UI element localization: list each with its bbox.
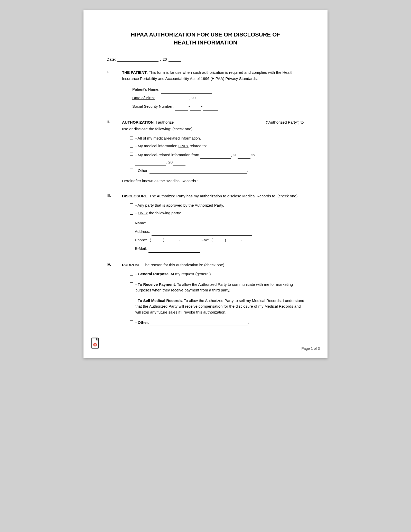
checkbox-sell-records[interactable] (130, 299, 133, 302)
party-phone-row: Phone: ( ) - Fax: ( ) - (135, 236, 304, 244)
ssn-field: - - (175, 103, 218, 111)
checkbox-receive-payment[interactable] (130, 282, 133, 286)
patient-fields: Patient's Name: Date of Birth: , 20 Soci… (132, 86, 304, 111)
year-prefix: 20 (163, 57, 167, 61)
party-address-row: Address: (135, 228, 304, 236)
party-fields: Name: Address: Phone: ( ) - Fax: (135, 219, 304, 253)
fax-area-blank[interactable] (214, 236, 223, 244)
checkbox-only-party[interactable] (130, 211, 133, 215)
section3-heading: DISCLOSURE (122, 194, 147, 198)
section-authorization: II. AUTHORIZATION. I authorize (“Authori… (107, 119, 304, 186)
authorized-party-blank[interactable] (175, 119, 265, 126)
sell-records-label: To Sell Medical Records (138, 298, 182, 303)
section-content-1: THE PATIENT. This form is for use when s… (122, 69, 304, 112)
dob-row: Date of Birth: , 20 (132, 94, 304, 102)
ssn-label: Social Security Number: (132, 103, 174, 110)
section4-options: - General Purpose. At my request (genera… (130, 271, 304, 326)
date-blank[interactable] (117, 57, 158, 62)
from-year-blank[interactable] (238, 151, 250, 159)
checkbox-other-2[interactable] (130, 169, 133, 172)
document-page: HIPAA AUTHORIZATION FOR USE OR DISCLOSUR… (83, 10, 328, 358)
section-disclosure: III. DISCLOSURE. The Authorized Party ha… (107, 193, 304, 255)
option-all-medical: - All of my medical-related information. (130, 135, 304, 141)
patient-name-row: Patient's Name: (132, 86, 304, 94)
section4-text: PURPOSE. The reason for this authorizati… (122, 262, 304, 268)
section2-heading: AUTHORIZATION (122, 120, 154, 124)
phone-number-blank[interactable] (182, 236, 200, 244)
section-num-3: III. (107, 193, 117, 255)
to-date-blank[interactable] (135, 159, 166, 166)
checkbox-any-party[interactable] (130, 203, 133, 207)
from-date-blank[interactable] (200, 151, 231, 159)
section1-text: THE PATIENT. This form is for use when s… (122, 69, 304, 82)
party-name-blank[interactable] (148, 219, 199, 227)
option-date-range: - My medical-related information from , … (130, 151, 304, 166)
dob-label: Date of Birth: (132, 94, 155, 102)
phone-prefix-blank[interactable] (166, 236, 178, 244)
party-email-label: E-Mail: (135, 245, 147, 252)
section3-text: DISCLOSURE. The Authorized Party has my … (122, 193, 304, 199)
party-email-row: E-Mail: (135, 245, 304, 253)
section-patient: I. THE PATIENT. This form is for use whe… (107, 69, 304, 112)
only-related-blank[interactable] (208, 143, 298, 149)
checkbox-date-range[interactable] (130, 152, 133, 156)
section-num-2: II. (107, 119, 117, 186)
party-name-label: Name: (135, 219, 146, 227)
patient-name-label: Patient's Name: (132, 86, 159, 93)
fax-label: Fax: (201, 236, 209, 244)
party-email-blank[interactable] (148, 245, 200, 253)
option-general-purpose: - General Purpose. At my request (genera… (130, 271, 304, 277)
section1-heading: THE PATIENT (122, 70, 147, 75)
section4-heading: PURPOSE (122, 263, 141, 267)
section2-text: AUTHORIZATION. I authorize (“Authorized … (122, 119, 304, 132)
page-number: Page 1 of 3 (301, 346, 320, 351)
section-purpose: IV. PURPOSE. The reason for this authori… (107, 262, 304, 331)
option-only-related: - My medical information ONLY related to… (130, 143, 304, 149)
checkbox-general-purpose[interactable] (130, 272, 133, 276)
section-content-3: DISCLOSURE. The Authorized Party has my … (122, 193, 304, 255)
hereinafter-text: Hereinafter known as the “Medical Record… (122, 178, 304, 184)
year-blank[interactable] (169, 57, 181, 62)
footer: e Page 1 of 3 (83, 337, 328, 351)
other-purpose-label: Other (138, 320, 148, 325)
to-year-blank[interactable] (173, 159, 185, 166)
ssn-row: Social Security Number: - - (132, 103, 304, 111)
party-name-row: Name: (135, 219, 304, 227)
party-address-blank[interactable] (152, 228, 252, 236)
option-sell-records: - To Sell Medical Records. To allow the … (130, 298, 304, 315)
fax-prefix-blank[interactable] (228, 236, 239, 244)
option-only-party: - ONLY the following party: (130, 210, 304, 216)
section2-options: - All of my medical-related information.… (130, 135, 304, 174)
party-phone-label: Phone: (135, 236, 147, 244)
date-line: Date: , 20 (107, 57, 304, 62)
dob-year-blank[interactable] (197, 94, 210, 102)
option-other-purpose: - Other: . (130, 320, 304, 326)
svg-text:e: e (94, 343, 96, 346)
logo-icon: e (91, 337, 100, 351)
date-label: Date: (107, 57, 116, 61)
section-content-4: PURPOSE. The reason for this authorizati… (122, 262, 304, 331)
option-any-party: - Any party that is approved by the Auth… (130, 203, 304, 208)
ssn-part2[interactable] (190, 103, 201, 111)
receive-payment-label: To Receive Payment (138, 282, 175, 287)
section-num-1: I. (107, 69, 117, 112)
option-other-2: - Other: . (130, 168, 304, 174)
checkbox-other-purpose[interactable] (130, 320, 133, 324)
fax-number-blank[interactable] (244, 236, 261, 244)
document-title: HIPAA AUTHORIZATION FOR USE OR DISCLOSUR… (107, 31, 304, 47)
ssn-part3[interactable] (203, 103, 218, 111)
option-receive-payment: - To Receive Payment. To allow the Autho… (130, 282, 304, 293)
other-purpose-blank[interactable] (150, 320, 248, 326)
ssn-part1[interactable] (175, 103, 188, 111)
checkbox-all-medical[interactable] (130, 136, 133, 140)
party-address-label: Address: (135, 228, 150, 235)
patient-name-blank[interactable] (161, 86, 212, 94)
phone-area-blank[interactable] (153, 236, 162, 244)
general-purpose-label: General Purpose (138, 272, 169, 276)
section3-options: - Any party that is approved by the Auth… (130, 203, 304, 216)
section-num-4: IV. (107, 262, 117, 331)
dob-blank[interactable] (156, 94, 187, 102)
section-content-2: AUTHORIZATION. I authorize (“Authorized … (122, 119, 304, 186)
checkbox-only-related[interactable] (130, 144, 133, 148)
other-2-blank[interactable] (150, 168, 247, 174)
